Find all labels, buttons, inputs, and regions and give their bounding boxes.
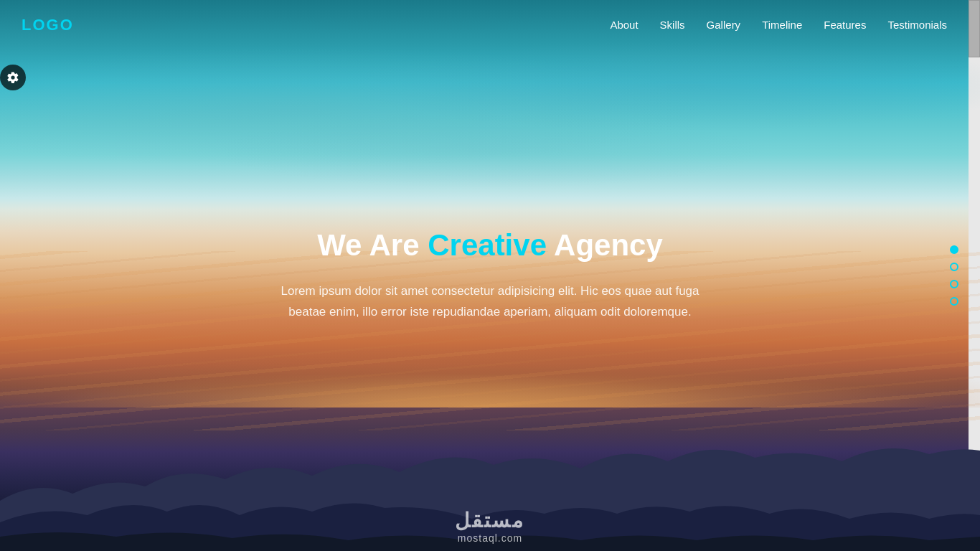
nav-item-testimonials[interactable]: Testimonials	[887, 19, 947, 32]
dot-1[interactable]	[950, 245, 958, 254]
hero-title-part2: Agency	[547, 228, 663, 262]
navbar: LOGO About Skills Gallery Timeline Featu…	[0, 0, 969, 50]
dot-4[interactable]	[950, 297, 958, 306]
watermark-logo: مستقل	[455, 509, 525, 532]
nav-item-skills[interactable]: Skills	[660, 19, 685, 32]
logo[interactable]: LOGO	[22, 16, 74, 34]
gear-icon	[6, 71, 19, 84]
settings-button[interactable]	[0, 65, 26, 90]
hero-description: Lorem ipsum dolor sit amet consectetur a…	[268, 282, 712, 324]
hero-title-part1: We Are	[317, 228, 428, 262]
nav-link-testimonials[interactable]: Testimonials	[887, 19, 947, 31]
nav-link-gallery[interactable]: Gallery	[707, 19, 741, 31]
watermark: مستقل mostaql.com	[455, 509, 525, 544]
hero-title: We Are Creative Agency	[239, 227, 741, 263]
nav-item-about[interactable]: About	[610, 19, 638, 32]
nav-item-gallery[interactable]: Gallery	[707, 19, 741, 32]
nav-item-features[interactable]: Features	[824, 19, 866, 32]
nav-links: About Skills Gallery Timeline Features T…	[610, 19, 947, 32]
nav-link-timeline[interactable]: Timeline	[762, 19, 802, 31]
dots-navigation	[950, 245, 958, 306]
nav-link-features[interactable]: Features	[824, 19, 866, 31]
nav-link-about[interactable]: About	[610, 19, 638, 31]
watermark-url: mostaql.com	[455, 532, 525, 544]
nav-link-skills[interactable]: Skills	[660, 19, 685, 31]
hero-title-creative: Creative	[428, 228, 547, 262]
dot-2[interactable]	[950, 263, 958, 271]
hero-content: We Are Creative Agency Lorem ipsum dolor…	[239, 227, 741, 323]
dot-3[interactable]	[950, 280, 958, 288]
nav-item-timeline[interactable]: Timeline	[762, 19, 802, 32]
clouds-layer	[0, 43, 980, 258]
